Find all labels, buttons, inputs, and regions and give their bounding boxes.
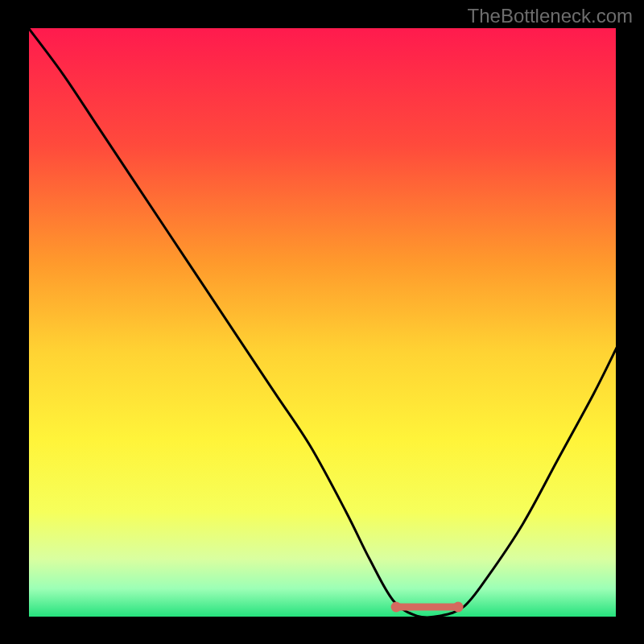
svg-point-3: [453, 602, 464, 613]
chart-container: TheBottleneck.com: [0, 0, 644, 644]
svg-point-2: [391, 602, 402, 613]
watermark-text: TheBottleneck.com: [468, 5, 633, 27]
bottleneck-chart: [0, 0, 644, 644]
plot-background: [27, 27, 617, 618]
